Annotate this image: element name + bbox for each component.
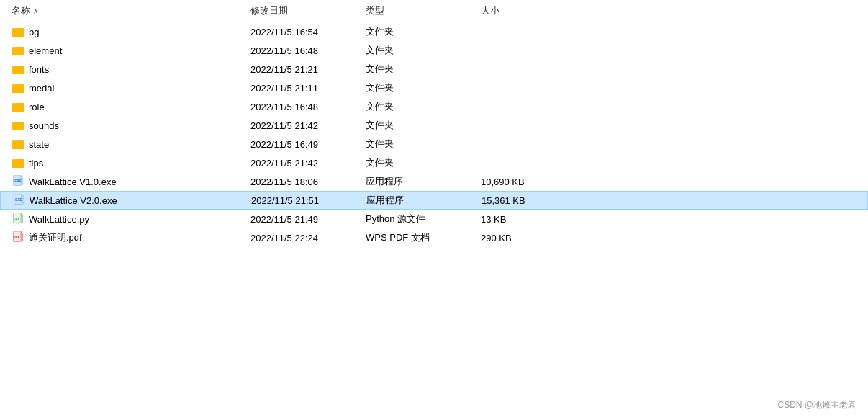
folder-icon (12, 119, 24, 133)
watermark: CSDN @地摊主老袁 (777, 399, 856, 411)
svg-rect-17 (12, 122, 24, 130)
folder-icon (12, 25, 24, 39)
file-name: WalkLattice.py (29, 214, 89, 225)
table-row[interactable]: fonts 2022/11/5 21:21 文件夹 (0, 60, 868, 79)
table-row[interactable]: EXE WalkLattice V2.0.exe 2022/11/5 21:51… (0, 191, 868, 210)
py-icon: .py (12, 213, 24, 226)
col-header-size[interactable]: 大小 (475, 3, 561, 19)
file-name-cell: PDF 通关证明.pdf (0, 231, 245, 245)
file-type: 文件夹 (360, 63, 475, 76)
folder-icon (12, 63, 24, 76)
table-row[interactable]: role 2022/11/5 16:48 文件夹 (0, 97, 868, 116)
file-name-cell: tips (0, 156, 245, 170)
sort-arrow-icon: ∧ (33, 7, 38, 15)
file-type: 文件夹 (360, 81, 475, 94)
svg-marker-25 (21, 175, 23, 177)
svg-text:EXE: EXE (14, 179, 22, 183)
col-header-type[interactable]: 类型 (360, 3, 475, 19)
svg-rect-38 (21, 233, 23, 241)
file-modified: 2022/11/5 21:51 (245, 195, 361, 206)
file-modified: 2022/11/5 21:11 (245, 83, 360, 94)
table-row[interactable]: EXE WalkLattice V1.0.exe 2022/11/5 18:06… (0, 172, 868, 191)
file-type: 文件夹 (360, 156, 475, 169)
file-name: fonts (29, 64, 49, 75)
table-row[interactable]: sounds 2022/11/5 21:42 文件夹 (0, 116, 868, 135)
file-modified: 2022/11/5 21:21 (245, 64, 360, 75)
col-header-modified[interactable]: 修改日期 (245, 3, 360, 19)
file-name-cell: EXE WalkLattice V1.0.exe (0, 175, 245, 189)
file-name: role (29, 102, 45, 112)
file-name: bg (29, 27, 39, 37)
table-header: 名称 ∧ 修改日期 类型 大小 (0, 0, 868, 22)
file-modified: 2022/11/5 21:42 (245, 158, 360, 169)
file-type: 文件夹 (360, 119, 475, 132)
table-row[interactable]: medal 2022/11/5 21:11 文件夹 (0, 79, 868, 97)
file-size: 290 KB (475, 233, 561, 243)
svg-text:.py: .py (14, 217, 19, 220)
file-type: 文件夹 (360, 25, 475, 38)
svg-rect-8 (12, 66, 24, 74)
svg-rect-23 (12, 160, 24, 168)
file-name-cell: medal (0, 81, 245, 95)
file-name: 通关证明.pdf (29, 231, 82, 244)
file-modified: 2022/11/5 16:49 (245, 139, 360, 150)
file-type: 应用程序 (360, 175, 475, 188)
file-modified: 2022/11/5 21:42 (245, 120, 360, 131)
file-modified: 2022/11/5 18:06 (245, 177, 360, 187)
svg-text:EXE: EXE (15, 198, 22, 202)
file-name-cell: fonts (0, 63, 245, 76)
file-modified: 2022/11/5 21:49 (245, 214, 360, 225)
exe-icon: EXE (12, 175, 24, 189)
table-row[interactable]: PDF 通关证明.pdf 2022/11/5 22:24 WPS PDF 文档 … (0, 228, 868, 247)
file-name-cell: EXE WalkLattice V2.0.exe (1, 194, 245, 207)
table-row[interactable]: bg 2022/11/5 16:54 文件夹 (0, 22, 868, 41)
file-type: 文件夹 (360, 138, 475, 151)
svg-marker-33 (21, 213, 23, 215)
file-name-cell: bg (0, 25, 245, 39)
file-explorer: 名称 ∧ 修改日期 类型 大小 bg 2022/11/5 16:54 文件夹 (0, 0, 868, 420)
svg-marker-29 (22, 194, 24, 196)
svg-rect-14 (12, 104, 24, 112)
file-size: 10,690 KB (475, 177, 561, 187)
folder-icon (12, 100, 24, 114)
file-type: WPS PDF 文档 (360, 231, 475, 244)
pdf-icon: PDF (12, 231, 24, 245)
file-name: tips (29, 158, 43, 169)
file-modified: 2022/11/5 16:48 (245, 102, 360, 112)
file-name-cell: .py WalkLattice.py (0, 213, 245, 226)
svg-text:PDF: PDF (14, 236, 20, 239)
table-row[interactable]: .py WalkLattice.py 2022/11/5 21:49 Pytho… (0, 210, 868, 228)
svg-rect-20 (12, 141, 24, 149)
svg-rect-34 (21, 215, 23, 223)
file-name: state (29, 139, 49, 150)
file-name: element (29, 45, 62, 56)
svg-rect-2 (12, 29, 24, 37)
file-modified: 2022/11/5 16:48 (245, 45, 360, 56)
table-row[interactable]: tips 2022/11/5 21:42 文件夹 (0, 153, 868, 172)
file-type: 应用程序 (361, 194, 476, 207)
folder-icon (12, 44, 24, 58)
file-modified: 2022/11/5 22:24 (245, 233, 360, 243)
exe-icon: EXE (12, 194, 25, 207)
file-type: Python 源文件 (360, 213, 475, 225)
file-type: 文件夹 (360, 100, 475, 113)
svg-rect-11 (12, 85, 24, 93)
file-name: sounds (29, 120, 59, 131)
folder-icon (12, 156, 24, 170)
col-header-name[interactable]: 名称 ∧ (0, 3, 245, 19)
folder-icon (12, 81, 24, 95)
file-name: WalkLattice V2.0.exe (30, 195, 117, 206)
file-name-cell: element (0, 44, 245, 58)
file-modified: 2022/11/5 16:54 (245, 27, 360, 37)
file-name-cell: sounds (0, 119, 245, 133)
file-name: WalkLattice V1.0.exe (29, 177, 117, 187)
file-name-cell: role (0, 100, 245, 114)
svg-rect-5 (12, 48, 24, 55)
table-row[interactable]: element 2022/11/5 16:48 文件夹 (0, 41, 868, 60)
file-name-cell: state (0, 138, 245, 151)
file-list: bg 2022/11/5 16:54 文件夹 element 2022/11/5… (0, 22, 868, 420)
svg-marker-37 (21, 231, 23, 233)
table-row[interactable]: state 2022/11/5 16:49 文件夹 (0, 135, 868, 153)
file-size: 15,361 KB (476, 195, 562, 206)
folder-icon (12, 138, 24, 151)
